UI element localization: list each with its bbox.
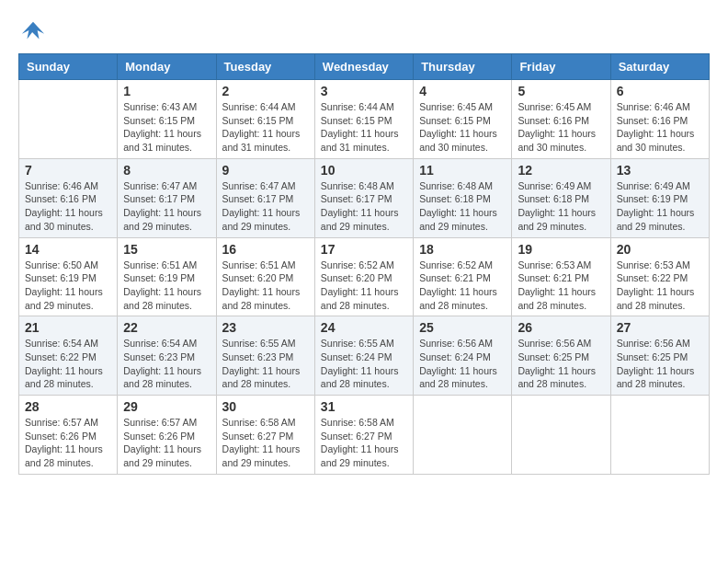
day-number: 3 bbox=[321, 84, 407, 98]
calendar-cell: 16Sunrise: 6:51 AMSunset: 6:20 PMDayligh… bbox=[216, 237, 314, 316]
day-number: 2 bbox=[222, 84, 309, 98]
day-number: 10 bbox=[321, 163, 407, 178]
calendar-cell: 23Sunrise: 6:55 AMSunset: 6:23 PMDayligh… bbox=[216, 316, 314, 396]
day-info: Sunrise: 6:54 AMSunset: 6:23 PMDaylight:… bbox=[123, 337, 210, 391]
day-number: 6 bbox=[617, 84, 703, 98]
day-info: Sunrise: 6:44 AMSunset: 6:15 PMDaylight:… bbox=[321, 100, 407, 155]
logo-bird-icon bbox=[20, 18, 46, 44]
day-info: Sunrise: 6:57 AMSunset: 6:26 PMDaylight:… bbox=[123, 416, 210, 470]
calendar-cell bbox=[610, 396, 709, 475]
calendar-cell: 13Sunrise: 6:49 AMSunset: 6:19 PMDayligh… bbox=[610, 158, 709, 237]
day-of-week-header: Friday bbox=[512, 54, 610, 80]
day-info: Sunrise: 6:48 AMSunset: 6:18 PMDaylight:… bbox=[419, 179, 506, 234]
day-info: Sunrise: 6:58 AMSunset: 6:27 PMDaylight:… bbox=[321, 416, 407, 470]
day-info: Sunrise: 6:47 AMSunset: 6:17 PMDaylight:… bbox=[123, 179, 210, 234]
day-number: 21 bbox=[25, 320, 111, 335]
day-info: Sunrise: 6:56 AMSunset: 6:25 PMDaylight:… bbox=[518, 337, 604, 391]
calendar-cell: 4Sunrise: 6:45 AMSunset: 6:15 PMDaylight… bbox=[414, 80, 512, 159]
calendar-cell: 26Sunrise: 6:56 AMSunset: 6:25 PMDayligh… bbox=[512, 316, 610, 396]
calendar-cell: 1Sunrise: 6:43 AMSunset: 6:15 PMDaylight… bbox=[118, 80, 216, 159]
day-info: Sunrise: 6:46 AMSunset: 6:16 PMDaylight:… bbox=[25, 179, 111, 234]
calendar-cell: 29Sunrise: 6:57 AMSunset: 6:26 PMDayligh… bbox=[118, 396, 216, 475]
svg-marker-0 bbox=[22, 22, 44, 40]
day-number: 17 bbox=[321, 242, 407, 257]
day-info: Sunrise: 6:55 AMSunset: 6:24 PMDaylight:… bbox=[321, 337, 407, 391]
day-of-week-header: Saturday bbox=[610, 54, 709, 80]
day-of-week-header: Thursday bbox=[414, 54, 512, 80]
calendar-cell: 22Sunrise: 6:54 AMSunset: 6:23 PMDayligh… bbox=[118, 316, 216, 396]
calendar-cell: 25Sunrise: 6:56 AMSunset: 6:24 PMDayligh… bbox=[414, 316, 512, 396]
day-number: 27 bbox=[617, 320, 703, 335]
calendar-cell: 31Sunrise: 6:58 AMSunset: 6:27 PMDayligh… bbox=[314, 396, 413, 475]
day-number: 1 bbox=[123, 84, 210, 98]
day-number: 20 bbox=[617, 242, 703, 257]
calendar-week-row: 7Sunrise: 6:46 AMSunset: 6:16 PMDaylight… bbox=[19, 158, 710, 237]
day-info: Sunrise: 6:48 AMSunset: 6:17 PMDaylight:… bbox=[321, 179, 407, 234]
calendar-cell: 2Sunrise: 6:44 AMSunset: 6:15 PMDaylight… bbox=[216, 80, 314, 159]
calendar-cell: 7Sunrise: 6:46 AMSunset: 6:16 PMDaylight… bbox=[19, 158, 118, 237]
day-info: Sunrise: 6:51 AMSunset: 6:19 PMDaylight:… bbox=[123, 259, 210, 313]
day-info: Sunrise: 6:44 AMSunset: 6:15 PMDaylight:… bbox=[222, 100, 309, 155]
day-number: 26 bbox=[518, 320, 604, 335]
day-info: Sunrise: 6:55 AMSunset: 6:23 PMDaylight:… bbox=[222, 337, 309, 391]
day-info: Sunrise: 6:52 AMSunset: 6:20 PMDaylight:… bbox=[321, 259, 407, 313]
calendar-cell bbox=[19, 80, 118, 159]
day-info: Sunrise: 6:56 AMSunset: 6:24 PMDaylight:… bbox=[419, 337, 506, 391]
calendar-cell: 3Sunrise: 6:44 AMSunset: 6:15 PMDaylight… bbox=[314, 80, 413, 159]
day-info: Sunrise: 6:57 AMSunset: 6:26 PMDaylight:… bbox=[25, 416, 111, 470]
day-info: Sunrise: 6:58 AMSunset: 6:27 PMDaylight:… bbox=[222, 416, 309, 470]
day-info: Sunrise: 6:46 AMSunset: 6:16 PMDaylight:… bbox=[617, 100, 703, 155]
calendar-cell: 17Sunrise: 6:52 AMSunset: 6:20 PMDayligh… bbox=[314, 237, 413, 316]
day-of-week-header: Monday bbox=[118, 54, 216, 80]
day-of-week-header: Wednesday bbox=[314, 54, 413, 80]
day-info: Sunrise: 6:52 AMSunset: 6:21 PMDaylight:… bbox=[419, 259, 506, 313]
day-info: Sunrise: 6:53 AMSunset: 6:21 PMDaylight:… bbox=[518, 259, 604, 313]
calendar-cell: 8Sunrise: 6:47 AMSunset: 6:17 PMDaylight… bbox=[118, 158, 216, 237]
day-of-week-header: Tuesday bbox=[216, 54, 314, 80]
day-number: 22 bbox=[123, 320, 210, 335]
day-number: 7 bbox=[25, 163, 111, 178]
calendar-cell bbox=[414, 396, 512, 475]
day-info: Sunrise: 6:47 AMSunset: 6:17 PMDaylight:… bbox=[222, 179, 309, 234]
day-number: 9 bbox=[222, 163, 309, 178]
calendar-cell: 14Sunrise: 6:50 AMSunset: 6:19 PMDayligh… bbox=[19, 237, 118, 316]
calendar-week-row: 1Sunrise: 6:43 AMSunset: 6:15 PMDaylight… bbox=[19, 80, 710, 159]
day-number: 13 bbox=[617, 163, 703, 178]
day-number: 19 bbox=[518, 242, 604, 257]
calendar-cell: 10Sunrise: 6:48 AMSunset: 6:17 PMDayligh… bbox=[314, 158, 413, 237]
calendar-header-row: SundayMondayTuesdayWednesdayThursdayFrid… bbox=[19, 54, 710, 80]
calendar-cell: 21Sunrise: 6:54 AMSunset: 6:22 PMDayligh… bbox=[19, 316, 118, 396]
calendar-cell: 20Sunrise: 6:53 AMSunset: 6:22 PMDayligh… bbox=[610, 237, 709, 316]
day-info: Sunrise: 6:43 AMSunset: 6:15 PMDaylight:… bbox=[123, 100, 210, 155]
day-number: 24 bbox=[321, 320, 407, 335]
day-info: Sunrise: 6:50 AMSunset: 6:19 PMDaylight:… bbox=[25, 259, 111, 313]
calendar-cell: 18Sunrise: 6:52 AMSunset: 6:21 PMDayligh… bbox=[414, 237, 512, 316]
day-number: 18 bbox=[419, 242, 506, 257]
calendar-table: SundayMondayTuesdayWednesdayThursdayFrid… bbox=[18, 53, 710, 475]
calendar-cell: 28Sunrise: 6:57 AMSunset: 6:26 PMDayligh… bbox=[19, 396, 118, 475]
day-info: Sunrise: 6:45 AMSunset: 6:15 PMDaylight:… bbox=[419, 100, 506, 155]
day-number: 30 bbox=[222, 399, 309, 414]
day-number: 14 bbox=[25, 242, 111, 257]
calendar-cell: 5Sunrise: 6:45 AMSunset: 6:16 PMDaylight… bbox=[512, 80, 610, 159]
calendar-cell: 24Sunrise: 6:55 AMSunset: 6:24 PMDayligh… bbox=[314, 316, 413, 396]
day-info: Sunrise: 6:49 AMSunset: 6:19 PMDaylight:… bbox=[617, 179, 703, 234]
calendar-cell: 19Sunrise: 6:53 AMSunset: 6:21 PMDayligh… bbox=[512, 237, 610, 316]
day-info: Sunrise: 6:54 AMSunset: 6:22 PMDaylight:… bbox=[25, 337, 111, 391]
day-info: Sunrise: 6:53 AMSunset: 6:22 PMDaylight:… bbox=[617, 259, 703, 313]
day-number: 11 bbox=[419, 163, 506, 178]
calendar-cell: 15Sunrise: 6:51 AMSunset: 6:19 PMDayligh… bbox=[118, 237, 216, 316]
calendar-cell: 11Sunrise: 6:48 AMSunset: 6:18 PMDayligh… bbox=[414, 158, 512, 237]
calendar-cell: 9Sunrise: 6:47 AMSunset: 6:17 PMDaylight… bbox=[216, 158, 314, 237]
day-number: 4 bbox=[419, 84, 506, 98]
calendar-week-row: 28Sunrise: 6:57 AMSunset: 6:26 PMDayligh… bbox=[19, 396, 710, 475]
calendar-week-row: 14Sunrise: 6:50 AMSunset: 6:19 PMDayligh… bbox=[19, 237, 710, 316]
calendar-cell: 30Sunrise: 6:58 AMSunset: 6:27 PMDayligh… bbox=[216, 396, 314, 475]
calendar-cell: 6Sunrise: 6:46 AMSunset: 6:16 PMDaylight… bbox=[610, 80, 709, 159]
day-number: 28 bbox=[25, 399, 111, 414]
day-number: 23 bbox=[222, 320, 309, 335]
day-number: 5 bbox=[518, 84, 604, 98]
calendar-cell bbox=[512, 396, 610, 475]
day-number: 31 bbox=[321, 399, 407, 414]
day-number: 15 bbox=[123, 242, 210, 257]
